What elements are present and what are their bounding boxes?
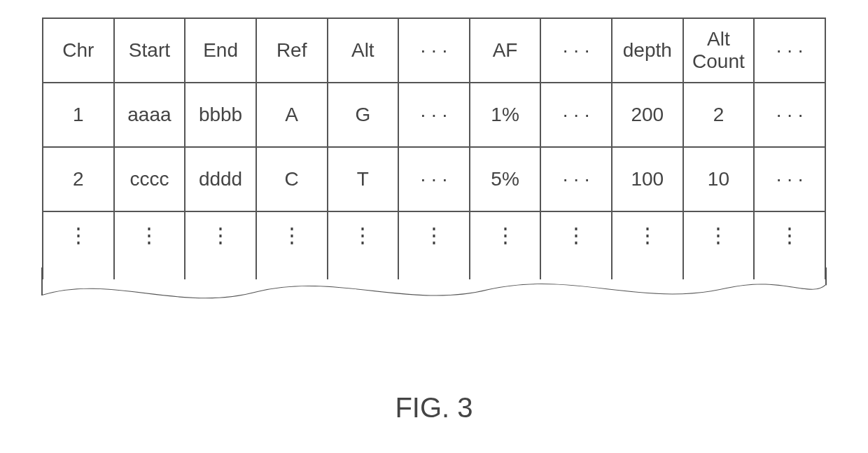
cell-end: bbbb bbox=[185, 83, 256, 147]
table-row: 1 aaaa bbbb A G · · · 1% · · · 200 2 · ·… bbox=[43, 83, 825, 147]
cell-af: 5% bbox=[470, 147, 541, 211]
col-depth: depth bbox=[612, 18, 683, 83]
vdots-icon: ⋮ bbox=[540, 211, 612, 279]
table-row: 2 cccc dddd C T · · · 5% · · · 100 10 · … bbox=[43, 147, 825, 211]
cell-end: dddd bbox=[185, 147, 256, 211]
cell-ref: A bbox=[256, 83, 328, 147]
col-end: End bbox=[185, 18, 256, 83]
cell-start: aaaa bbox=[114, 83, 186, 147]
cell-ellipsis: · · · bbox=[754, 83, 825, 147]
col-alt: Alt bbox=[328, 18, 399, 83]
variant-table-container: Chr Start End Ref Alt · · · AF · · · dep… bbox=[42, 18, 826, 279]
vdots-icon: ⋮ bbox=[185, 211, 256, 279]
cell-ellipsis: · · · bbox=[540, 83, 612, 147]
cell-alt: T bbox=[328, 147, 399, 211]
vdots-icon: ⋮ bbox=[754, 211, 825, 279]
vdots-icon: ⋮ bbox=[398, 211, 470, 279]
col-ellipsis-1: · · · bbox=[398, 18, 470, 83]
cell-ellipsis: · · · bbox=[754, 147, 825, 211]
col-ref: Ref bbox=[256, 18, 328, 83]
cell-chr: 1 bbox=[43, 83, 114, 147]
col-start: Start bbox=[114, 18, 186, 83]
variant-table: Chr Start End Ref Alt · · · AF · · · dep… bbox=[42, 18, 826, 279]
vdots-icon: ⋮ bbox=[256, 211, 328, 279]
cell-ellipsis: · · · bbox=[540, 147, 612, 211]
cell-alt: G bbox=[328, 83, 399, 147]
col-af: AF bbox=[470, 18, 541, 83]
figure-page: Chr Start End Ref Alt · · · AF · · · dep… bbox=[0, 0, 868, 453]
cell-ellipsis: · · · bbox=[398, 83, 470, 147]
cell-start: cccc bbox=[114, 147, 186, 211]
cell-depth: 100 bbox=[612, 147, 683, 211]
figure-caption: FIG. 3 bbox=[0, 392, 868, 424]
cell-chr: 2 bbox=[43, 147, 114, 211]
vdots-icon: ⋮ bbox=[43, 211, 114, 279]
vdots-icon: ⋮ bbox=[328, 211, 399, 279]
cell-ellipsis: · · · bbox=[398, 147, 470, 211]
cell-alt-count: 2 bbox=[683, 83, 755, 147]
col-chr: Chr bbox=[43, 18, 114, 83]
col-ellipsis-2: · · · bbox=[540, 18, 612, 83]
col-alt-count: Alt Count bbox=[683, 18, 755, 83]
table-continuation-row: ⋮ ⋮ ⋮ ⋮ ⋮ ⋮ ⋮ ⋮ ⋮ ⋮ ⋮ bbox=[43, 211, 825, 279]
vdots-icon: ⋮ bbox=[683, 211, 755, 279]
vdots-icon: ⋮ bbox=[612, 211, 683, 279]
vdots-icon: ⋮ bbox=[114, 211, 186, 279]
cell-alt-count: 10 bbox=[683, 147, 755, 211]
vdots-icon: ⋮ bbox=[470, 211, 541, 279]
cell-af: 1% bbox=[470, 83, 541, 147]
table-header-row: Chr Start End Ref Alt · · · AF · · · dep… bbox=[43, 18, 825, 83]
cell-ref: C bbox=[256, 147, 328, 211]
col-ellipsis-3: · · · bbox=[754, 18, 825, 83]
cell-depth: 200 bbox=[612, 83, 683, 147]
